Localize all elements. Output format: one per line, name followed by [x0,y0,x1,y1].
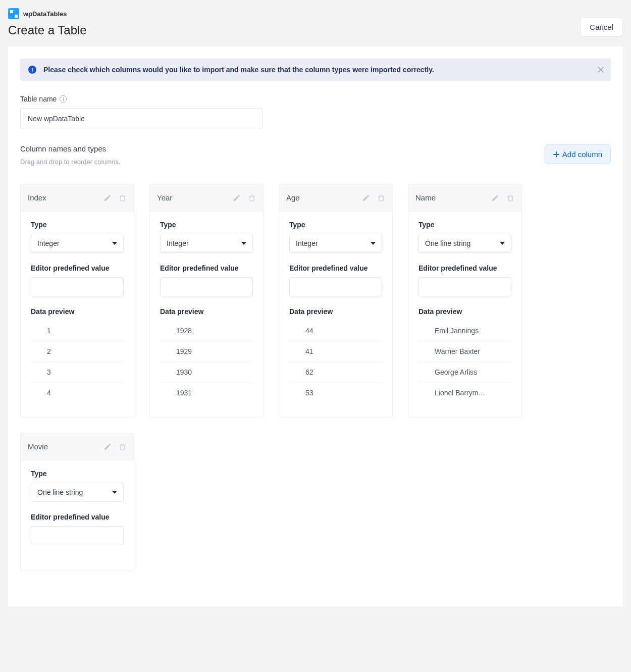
drag-hint: Drag and drop to reorder columns. [20,158,121,166]
delete-column-button[interactable] [377,194,385,202]
add-column-button[interactable]: Add column [545,144,611,164]
column-type-value: One line string [37,488,83,496]
column-type-select[interactable]: Integer [31,234,124,253]
predef-value-input[interactable] [31,277,124,296]
brand-logo-icon [8,8,19,19]
close-notice-button[interactable] [598,67,604,73]
delete-column-button[interactable] [506,194,514,202]
table-name-label: Table name [20,95,57,103]
column-type-select[interactable]: Integer [160,234,253,253]
predef-value-input[interactable] [418,277,511,296]
edit-column-button[interactable] [103,443,112,451]
trash-icon [506,194,514,202]
preview-row: 44 [289,321,382,341]
pencil-icon [233,194,241,202]
delete-column-button[interactable] [119,443,127,451]
chevron-down-icon [112,242,117,245]
trash-icon [377,194,385,202]
preview-row: 53 [289,383,382,403]
data-preview-list: 1234 [31,321,124,403]
column-name: Movie [28,442,48,451]
predef-label: Editor predefined value [418,264,511,272]
predef-label: Editor predefined value [160,264,253,272]
preview-row: Emil Jannings [418,321,511,341]
column-name: Year [157,193,172,202]
column-card[interactable]: AgeTypeIntegerEditor predefined valueDat… [279,184,393,418]
edit-column-button[interactable] [362,194,370,202]
predef-value-input[interactable] [160,277,253,296]
pencil-icon [103,443,112,451]
data-preview-list: 44416253 [289,321,382,403]
type-label: Type [289,221,382,229]
preview-label: Data preview [418,307,511,316]
info-notice: i Please check which columns would you l… [20,59,611,81]
trash-icon [119,443,127,451]
column-type-select[interactable]: One line string [418,234,511,253]
column-card[interactable]: YearTypeIntegerEditor predefined valueDa… [149,184,264,418]
column-name: Name [415,193,436,202]
column-type-value: Integer [167,239,189,247]
page-title: Create a Table [8,23,87,37]
column-type-value: Integer [296,239,318,247]
plus-icon [553,151,559,158]
predef-value-input[interactable] [289,277,382,296]
predef-label: Editor predefined value [289,264,382,272]
column-card[interactable]: IndexTypeIntegerEditor predefined valueD… [20,184,134,418]
pencil-icon [491,194,499,202]
main-panel: i Please check which columns would you l… [8,46,623,606]
data-preview-list: Emil JanningsWarner BaxterGeorge ArlissL… [418,321,511,403]
trash-icon [248,194,256,202]
cancel-button[interactable]: Cancel [580,17,623,37]
delete-column-button[interactable] [119,194,127,202]
trash-icon [119,194,127,202]
edit-column-button[interactable] [103,194,112,202]
column-card[interactable]: MovieTypeOne line stringEditor predefine… [20,433,134,571]
preview-row: Warner Baxter [418,341,511,362]
preview-row: 3 [31,362,124,383]
notice-text: Please check which columns would you lik… [43,66,434,74]
columns-heading: Column names and types [20,144,121,153]
edit-column-button[interactable] [233,194,241,202]
table-name-input[interactable] [20,108,262,129]
chevron-down-icon [112,491,117,494]
pencil-icon [103,194,112,202]
preview-row: 62 [289,362,382,383]
preview-row: 1 [31,321,124,341]
preview-row: 4 [31,383,124,403]
type-label: Type [31,221,124,229]
info-tooltip-icon[interactable]: i [60,95,67,102]
preview-row: 1929 [160,341,253,362]
preview-row: George Arliss [418,362,511,383]
chevron-down-icon [371,242,376,245]
info-icon: i [28,66,36,74]
type-label: Type [31,470,124,478]
data-preview-list: 1928192919301931 [160,321,253,403]
type-label: Type [418,221,511,229]
chevron-down-icon [241,242,246,245]
close-icon [598,67,604,73]
column-type-select[interactable]: One line string [31,483,124,502]
delete-column-button[interactable] [248,194,256,202]
preview-row: 2 [31,341,124,362]
preview-label: Data preview [160,307,253,316]
column-name: Age [286,193,300,202]
add-column-label: Add column [562,150,602,159]
predef-label: Editor predefined value [31,513,124,521]
type-label: Type [160,221,253,229]
preview-row: 1931 [160,383,253,403]
preview-label: Data preview [289,307,382,316]
pencil-icon [362,194,370,202]
predef-value-input[interactable] [31,526,124,545]
edit-column-button[interactable] [491,194,499,202]
column-name: Index [28,193,46,202]
preview-row: 41 [289,341,382,362]
chevron-down-icon [500,242,505,245]
column-type-value: Integer [37,239,60,247]
column-card[interactable]: NameTypeOne line stringEditor predefined… [408,184,522,418]
column-type-value: One line string [425,239,470,247]
preview-row: 1930 [160,362,253,383]
preview-row: Lionel Barrym… [418,383,511,403]
preview-row: 1928 [160,321,253,341]
predef-label: Editor predefined value [31,264,124,272]
column-type-select[interactable]: Integer [289,234,382,253]
